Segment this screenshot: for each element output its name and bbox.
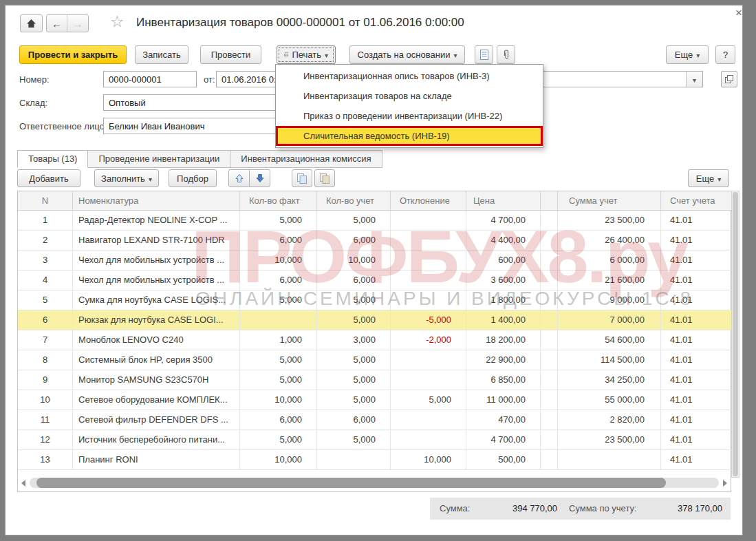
cell-fact[interactable]: 10,000 <box>240 450 317 470</box>
cell-name[interactable]: Источник бесперебойного питани... <box>73 430 240 450</box>
move-row-up-button[interactable] <box>228 169 250 187</box>
cell-sum[interactable]: 114 500,00 <box>558 350 661 370</box>
organization-open-button[interactable] <box>721 71 737 87</box>
cell-qty[interactable]: 5,000 <box>317 430 391 450</box>
cell-name[interactable]: Моноблок LENOVO C240 <box>73 330 240 350</box>
table-row[interactable]: 11Сетевой фильтр DEFENDER DFS ...6,0006,… <box>18 410 731 430</box>
cell-spacer[interactable] <box>541 290 558 310</box>
cell-n[interactable]: 11 <box>18 410 73 430</box>
cell-price[interactable]: 600,00 <box>466 251 541 270</box>
cell-spacer[interactable] <box>541 231 558 251</box>
cell-qty[interactable] <box>317 450 391 470</box>
cell-dev[interactable] <box>391 410 466 430</box>
cell-fact[interactable]: 6,000 <box>240 270 317 290</box>
cell-fact[interactable]: 6,000 <box>240 231 317 251</box>
cell-account[interactable]: 41.01 <box>661 390 732 410</box>
cell-dev[interactable]: 5,000 <box>391 390 466 410</box>
cell-dev[interactable] <box>391 370 466 390</box>
cell-n[interactable]: 5 <box>18 290 73 310</box>
cell-n[interactable]: 10 <box>18 390 73 410</box>
cell-name[interactable]: Чехол для мобильных устройств ... <box>73 270 240 290</box>
cell-qty[interactable]: 6,000 <box>317 410 391 430</box>
horizontal-scrollbar[interactable] <box>21 477 727 489</box>
attachment-button[interactable] <box>497 45 515 64</box>
cell-spacer[interactable] <box>541 350 558 370</box>
print-menu-item-4[interactable]: Сличительная ведомость (ИНВ-19) <box>276 126 543 146</box>
cell-name[interactable]: Планинг RONI <box>73 450 240 470</box>
cell-dev[interactable]: -2,000 <box>391 330 466 350</box>
cell-fact[interactable]: 1,000 <box>240 330 317 350</box>
cell-qty[interactable]: 6,000 <box>317 231 391 251</box>
cell-name[interactable]: Монитор SAMSUNG S23C570H <box>73 370 240 390</box>
cell-spacer[interactable] <box>541 211 558 231</box>
cell-fact[interactable] <box>240 310 317 330</box>
cell-account[interactable]: 41.01 <box>661 310 732 330</box>
vertical-scrollbar[interactable] <box>731 191 739 478</box>
write-button[interactable]: Записать <box>135 45 188 64</box>
table-row[interactable]: 6Рюкзак для ноутбука CASE LOGI...5,000-5… <box>18 310 731 330</box>
create-on-base-button[interactable]: Создать на основании <box>349 45 465 64</box>
cell-name[interactable]: Радар-Детектор NEOLINE X-COP ... <box>73 211 240 231</box>
cell-account[interactable]: 41.01 <box>661 251 732 270</box>
cell-sum[interactable]: 21 600,00 <box>558 270 661 290</box>
paste-rows-button[interactable] <box>314 169 335 187</box>
table-row[interactable]: 3Чехол для мобильных устройств ...10,000… <box>18 251 731 270</box>
cell-name[interactable]: Системный блок HP, серия 3500 <box>73 350 240 370</box>
cell-sum[interactable]: 6 000,00 <box>558 251 661 270</box>
organization-dropdown-button[interactable] <box>686 72 702 87</box>
close-icon[interactable]: × <box>731 6 746 21</box>
cell-price[interactable]: 4 700,00 <box>466 430 541 450</box>
cell-account[interactable]: 41.01 <box>661 430 732 450</box>
table-more-button[interactable]: Еще <box>688 169 729 187</box>
cell-price[interactable]: 4 700,00 <box>466 211 541 231</box>
add-row-button[interactable]: Добавить <box>17 169 80 187</box>
cell-name[interactable]: Рюкзак для ноутбука CASE LOGI... <box>73 310 240 330</box>
table-row[interactable]: 9Монитор SAMSUNG S23C570H5,0005,0006 850… <box>18 370 731 390</box>
cell-qty[interactable]: 3,000 <box>317 330 391 350</box>
cell-sum[interactable]: 54 600,00 <box>558 330 661 350</box>
cell-sum[interactable]: 34 250,00 <box>558 370 661 390</box>
cell-qty[interactable]: 5,000 <box>317 370 391 390</box>
cell-sum[interactable]: 26 400,00 <box>558 231 661 251</box>
cell-n[interactable]: 1 <box>18 211 73 231</box>
cell-dev[interactable] <box>391 290 466 310</box>
horizontal-scrollbar-thumb[interactable] <box>36 478 666 488</box>
cell-price[interactable]: 470,00 <box>466 410 541 430</box>
scroll-right-arrow-icon[interactable] <box>723 480 727 487</box>
table-row[interactable]: 5Сумка для ноутбука CASE LOGIS...5,0005,… <box>18 290 731 310</box>
table-row[interactable]: 13Планинг RONI10,00010,000500,0041.01 <box>18 450 731 470</box>
favorite-star-icon[interactable]: ☆ <box>110 12 125 31</box>
cell-spacer[interactable] <box>541 270 558 290</box>
cell-spacer[interactable] <box>541 251 558 270</box>
cell-name[interactable]: Навигатор LEXAND STR-7100 HDR <box>73 231 240 251</box>
cell-name[interactable]: Сетевое оборудование КОМПЛЕК... <box>73 390 240 410</box>
cell-price[interactable]: 22 900,00 <box>466 350 541 370</box>
cell-account[interactable]: 41.01 <box>661 370 732 390</box>
cell-spacer[interactable] <box>541 390 558 410</box>
cell-sum[interactable]: 9 000,00 <box>558 290 661 310</box>
more-button[interactable]: Еще <box>666 45 709 64</box>
cell-spacer[interactable] <box>541 370 558 390</box>
cell-n[interactable]: 13 <box>18 450 73 470</box>
cell-n[interactable]: 12 <box>18 430 73 450</box>
table-row[interactable]: 8Системный блок HP, серия 35005,0005,000… <box>18 350 731 370</box>
cell-name[interactable]: Сумка для ноутбука CASE LOGIS... <box>73 290 240 310</box>
print-menu-item-2[interactable]: Инвентаризация товаров на складе <box>276 86 543 106</box>
cell-sum[interactable]: 23 500,00 <box>558 430 661 450</box>
cell-price[interactable]: 500,00 <box>466 450 541 470</box>
cell-dev[interactable] <box>391 270 466 290</box>
print-button[interactable]: Печать <box>277 45 336 64</box>
cell-spacer[interactable] <box>541 430 558 450</box>
cell-qty[interactable]: 6,000 <box>317 270 391 290</box>
table-row[interactable]: 1Радар-Детектор NEOLINE X-COP ...5,0005,… <box>18 211 731 231</box>
cell-fact[interactable]: 6,000 <box>240 410 317 430</box>
cell-spacer[interactable] <box>541 410 558 430</box>
post-and-close-button[interactable]: Провести и закрыть <box>19 45 127 64</box>
cell-dev[interactable] <box>391 251 466 270</box>
tab-3[interactable]: Инвентаризационная комиссия <box>230 150 382 168</box>
cell-dev[interactable] <box>391 430 466 450</box>
cell-n[interactable]: 6 <box>18 310 73 330</box>
cell-name[interactable]: Чехол для мобильных устройств ... <box>73 251 240 270</box>
cell-sum[interactable]: 2 820,00 <box>558 410 661 430</box>
cell-fact[interactable]: 5,000 <box>240 370 317 390</box>
